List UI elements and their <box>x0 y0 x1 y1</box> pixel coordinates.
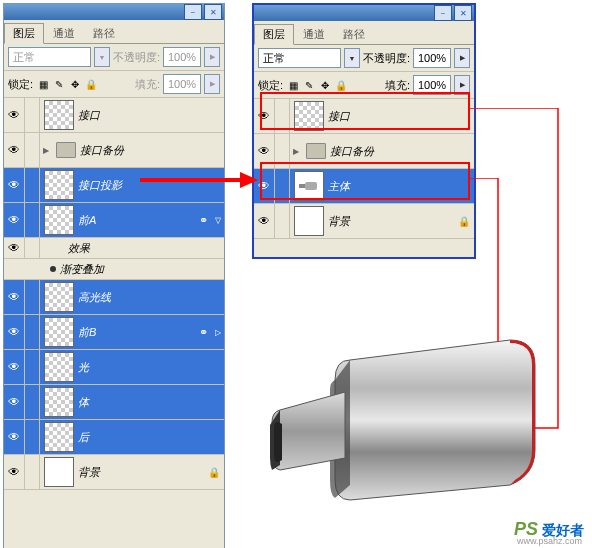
tab-layers[interactable]: 图层 <box>4 23 44 44</box>
effects-triangle-icon[interactable]: ▷ <box>212 328 224 337</box>
layer-row[interactable]: 👁高光线 <box>4 280 224 315</box>
blend-mode-select[interactable]: 正常 <box>258 48 341 68</box>
effects-label: 效果 <box>40 241 224 256</box>
opacity-label: 不透明度: <box>363 51 410 66</box>
layer-name[interactable]: 后 <box>78 430 224 445</box>
link-cell <box>25 420 40 454</box>
layer-name[interactable]: 前A <box>78 213 199 228</box>
folder-icon <box>56 142 76 158</box>
close-button[interactable]: ✕ <box>204 4 222 20</box>
layer-row[interactable]: 👁前A⚭▽ <box>4 203 224 238</box>
visibility-toggle[interactable]: 👁 <box>4 280 25 314</box>
visibility-toggle[interactable]: 👁 <box>4 203 25 237</box>
blend-mode-select[interactable]: 正常 <box>8 47 91 67</box>
lock-move-icon[interactable]: ✥ <box>318 78 332 92</box>
layer-name[interactable]: 接口备份 <box>330 144 474 159</box>
visibility-toggle[interactable]: 👁 <box>254 134 275 168</box>
visibility-toggle[interactable]: 👁 <box>4 133 25 167</box>
visibility-toggle[interactable]: 👁 <box>4 315 25 349</box>
visibility-toggle[interactable]: 👁 <box>4 168 25 202</box>
layer-name[interactable]: 主体 <box>328 179 474 194</box>
layer-thumbnail[interactable] <box>294 206 324 236</box>
lock-transparency-icon[interactable]: ▦ <box>286 78 300 92</box>
layer-row[interactable]: 👁接口 <box>4 98 224 133</box>
fill-input[interactable]: 100% <box>413 75 451 95</box>
tab-paths[interactable]: 路径 <box>84 23 124 43</box>
link-icon: ⚭ <box>199 214 208 227</box>
link-cell <box>25 168 40 202</box>
layer-thumbnail[interactable] <box>44 100 74 130</box>
layer-thumbnail[interactable] <box>44 352 74 382</box>
lock-paint-icon[interactable]: ✎ <box>302 78 316 92</box>
left-layers-panel: − ✕ 图层 通道 路径 正常 ▼ 不透明度: 100% ▶ 锁定: ▦ ✎ ✥… <box>3 3 225 548</box>
tab-layers[interactable]: 图层 <box>254 24 294 45</box>
visibility-toggle[interactable]: 👁 <box>4 455 25 489</box>
opacity-flyout-icon[interactable]: ▶ <box>454 48 470 68</box>
layer-thumbnail[interactable] <box>44 205 74 235</box>
blend-dropdown-icon[interactable]: ▼ <box>344 48 360 68</box>
layer-thumbnail[interactable] <box>294 101 324 131</box>
effects-row[interactable]: 👁效果 <box>4 238 224 259</box>
layer-row[interactable]: 👁接口 <box>254 99 474 134</box>
layer-row[interactable]: 👁背景🔒 <box>254 204 474 239</box>
layer-thumbnail[interactable] <box>44 387 74 417</box>
visibility-toggle[interactable]: 👁 <box>4 350 25 384</box>
effects-triangle-icon[interactable]: ▽ <box>212 216 224 225</box>
layer-row[interactable]: 👁主体 <box>254 169 474 204</box>
layer-row[interactable]: 👁▶接口备份 <box>4 133 224 168</box>
layer-row[interactable]: 👁光 <box>4 350 224 385</box>
layer-thumbnail[interactable] <box>44 422 74 452</box>
expand-triangle-icon[interactable]: ▶ <box>290 147 302 156</box>
blend-dropdown-icon[interactable]: ▼ <box>94 47 110 67</box>
visibility-toggle[interactable]: 👁 <box>254 169 275 203</box>
lock-transparency-icon[interactable]: ▦ <box>36 77 50 91</box>
visibility-toggle[interactable]: 👁 <box>4 385 25 419</box>
fill-flyout-icon[interactable]: ▶ <box>204 74 220 94</box>
visibility-toggle[interactable]: 👁 <box>4 420 25 454</box>
layer-name[interactable]: 接口投影 <box>78 178 224 193</box>
layer-name[interactable]: 背景 <box>78 465 208 480</box>
layer-row[interactable]: 👁▶接口备份 <box>254 134 474 169</box>
opacity-input[interactable]: 100% <box>163 47 201 67</box>
layer-row[interactable]: 👁前B⚭▷ <box>4 315 224 350</box>
link-cell <box>275 204 290 238</box>
layer-name[interactable]: 接口 <box>328 109 474 124</box>
layer-row[interactable]: 👁背景🔒 <box>4 455 224 490</box>
lock-all-icon[interactable]: 🔒 <box>84 77 98 91</box>
layer-row[interactable]: 👁体 <box>4 385 224 420</box>
blend-row: 正常 ▼ 不透明度: 100% ▶ <box>4 44 224 71</box>
fill-input[interactable]: 100% <box>163 74 201 94</box>
layer-name[interactable]: 前B <box>78 325 199 340</box>
layer-name[interactable]: 背景 <box>328 214 458 229</box>
opacity-flyout-icon[interactable]: ▶ <box>204 47 220 67</box>
layer-name[interactable]: 体 <box>78 395 224 410</box>
layer-row[interactable]: 👁接口投影 <box>4 168 224 203</box>
tab-paths[interactable]: 路径 <box>334 24 374 44</box>
close-button[interactable]: ✕ <box>454 5 472 21</box>
visibility-toggle[interactable]: 👁 <box>4 238 25 258</box>
visibility-toggle[interactable]: 👁 <box>4 98 25 132</box>
layer-thumbnail[interactable] <box>294 171 324 201</box>
fill-flyout-icon[interactable]: ▶ <box>454 75 470 95</box>
layer-thumbnail[interactable] <box>44 317 74 347</box>
layer-name[interactable]: 接口备份 <box>80 143 224 158</box>
layer-name[interactable]: 高光线 <box>78 290 224 305</box>
layer-thumbnail[interactable] <box>44 457 74 487</box>
effect-item-row[interactable]: 渐变叠加 <box>4 259 224 280</box>
minimize-button[interactable]: − <box>184 4 202 20</box>
lock-move-icon[interactable]: ✥ <box>68 77 82 91</box>
opacity-input[interactable]: 100% <box>413 48 451 68</box>
lock-paint-icon[interactable]: ✎ <box>52 77 66 91</box>
lock-all-icon[interactable]: 🔒 <box>334 78 348 92</box>
tab-channels[interactable]: 通道 <box>294 24 334 44</box>
minimize-button[interactable]: − <box>434 5 452 21</box>
layer-thumbnail[interactable] <box>44 282 74 312</box>
layer-name[interactable]: 光 <box>78 360 224 375</box>
layer-thumbnail[interactable] <box>44 170 74 200</box>
tab-channels[interactable]: 通道 <box>44 23 84 43</box>
expand-triangle-icon[interactable]: ▶ <box>40 146 52 155</box>
visibility-toggle[interactable]: 👁 <box>254 99 275 133</box>
layer-name[interactable]: 接口 <box>78 108 224 123</box>
visibility-toggle[interactable]: 👁 <box>254 204 275 238</box>
layer-row[interactable]: 👁后 <box>4 420 224 455</box>
